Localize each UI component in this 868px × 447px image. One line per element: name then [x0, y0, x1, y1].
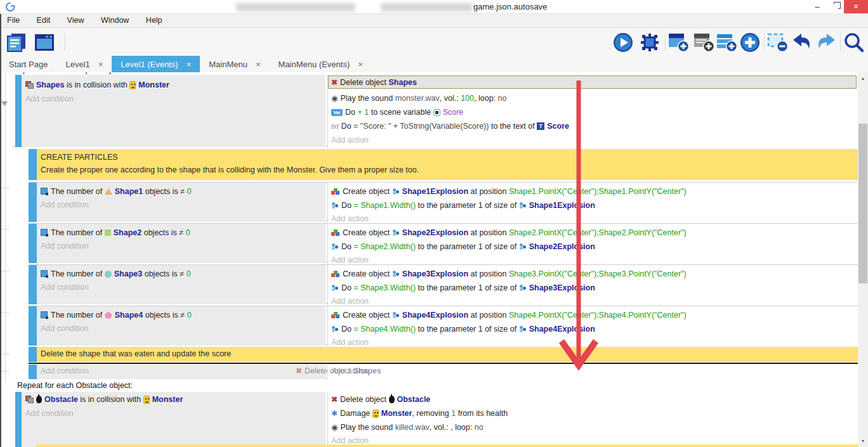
action-delete-obstacle[interactable]: ✖ Delete object Obstacle	[331, 394, 430, 405]
event-handle-bar[interactable]	[29, 149, 37, 180]
menu-file[interactable]: File	[0, 14, 27, 27]
project-manager-button[interactable]	[5, 31, 28, 54]
action-set-shape4explosion-size[interactable]: Do = Shape4.Width() to the parameter 1 o…	[331, 324, 595, 334]
tree-tick	[1, 371, 10, 372]
condition-shape1-count[interactable]: The number of Shape1 objects is ≠ 0	[41, 186, 192, 197]
add-action-link[interactable]: Add action	[331, 136, 369, 145]
condition-obstacle-collision[interactable]: Obstacle is in collision with Monster	[25, 394, 183, 405]
project-manager-icon	[6, 32, 27, 53]
vertical-scrollbar[interactable]: ▲ ▼	[858, 72, 868, 447]
tab-close-icon[interactable]: ×	[256, 60, 261, 69]
tab-mainmenu-events[interactable]: MainMenu (Events)×	[270, 56, 372, 72]
menu-window[interactable]: Window	[94, 14, 136, 27]
drop-target-row[interactable]: Add condition Add action ✖ Delete object…	[29, 365, 858, 379]
add-action-link[interactable]: Add action	[331, 436, 369, 445]
event-handle-bar[interactable]	[29, 347, 37, 362]
event-repeat-obstacle[interactable]: Obstacle is in collision with Monster Ad…	[13, 392, 857, 447]
comment-create-particles[interactable]: CREATE PARTICLES Create the proper one a…	[29, 149, 858, 180]
tab-close-icon[interactable]: ×	[358, 60, 363, 69]
add-other-button[interactable]	[739, 31, 761, 54]
preview-button[interactable]	[612, 31, 635, 54]
close-button[interactable]: ×	[844, 0, 868, 13]
start-page-button[interactable]	[33, 31, 56, 54]
add-condition-link[interactable]: Add condition	[41, 366, 89, 375]
event-handle-bar[interactable]	[15, 75, 22, 147]
sub-event-shape2[interactable]: The number of Shape2 objects is ≠ 0 Add …	[29, 223, 858, 262]
menu-edit[interactable]: Edit	[30, 14, 58, 27]
condition-shapes-collision[interactable]: Shapes is in collision with Monster	[25, 80, 169, 90]
add-condition-link[interactable]: Add condition	[41, 242, 89, 250]
add-action-link[interactable]: Add action	[331, 338, 369, 347]
undo-button[interactable]	[791, 31, 813, 54]
add-circle-icon	[739, 32, 761, 53]
scrollbar-thumb[interactable]	[858, 124, 867, 283]
tab-close-icon[interactable]: ×	[98, 60, 103, 69]
selected-action-delete-shapes[interactable]: ✖ Delete object Shapes	[328, 75, 857, 89]
tab-close-icon[interactable]: ×	[187, 60, 192, 69]
condition-shape4-count[interactable]: The number of Shape4 objects is ≠ 0	[41, 310, 192, 320]
scroll-up-icon[interactable]: ▲	[858, 76, 868, 81]
add-action-link[interactable]: Add action	[331, 256, 369, 264]
condition-shape3-count[interactable]: The number of Shape3 objects is ≠ 0	[41, 269, 191, 279]
toolbar-separator	[665, 33, 666, 51]
create-object-icon	[331, 188, 340, 195]
sub-event-shape4[interactable]: The number of Shape4 objects is ≠ 0 Add …	[29, 306, 858, 345]
event-handle-bar[interactable]	[29, 183, 37, 222]
add-condition-link[interactable]: Add condition	[41, 324, 89, 333]
event1-header[interactable]: Repeat for each Shapes object:	[13, 72, 124, 74]
add-action-link[interactable]: Add action	[331, 297, 369, 306]
search-button[interactable]	[843, 31, 865, 54]
restore-button[interactable]	[826, 0, 844, 13]
scene-window-icon	[34, 32, 55, 53]
debug-button[interactable]	[638, 31, 661, 54]
event-handle-bar[interactable]	[29, 306, 37, 346]
add-action-link[interactable]: Add action	[331, 214, 369, 223]
sub-event-shape3[interactable]: The number of Shape3 objects is ≠ 0 Add …	[29, 264, 858, 304]
action-set-shape1explosion-size[interactable]: Do = Shape1.Width() to the parameter 1 o…	[331, 200, 595, 211]
collapse-arrow-icon[interactable]	[1, 101, 8, 106]
tab-start-page[interactable]: Start Page	[0, 56, 56, 72]
tab-level1-events[interactable]: Level1 (Events)×	[112, 56, 200, 72]
tab-level1[interactable]: Level1×	[56, 56, 112, 72]
event-handle-bar[interactable]	[15, 392, 22, 447]
action-set-shape2explosion-size[interactable]: Do = Shape2.Width() to the parameter 1 o…	[331, 242, 595, 252]
menu-view[interactable]: View	[60, 14, 91, 27]
add-condition-link[interactable]: Add condition	[41, 200, 89, 209]
action-set-shape3explosion-size[interactable]: Do = Shape3.Width() to the parameter 1 o…	[331, 283, 595, 293]
event-handle-bar[interactable]	[29, 365, 37, 379]
particles-icon	[331, 243, 339, 250]
action-create-shape2explosion[interactable]: Create object Shape2Explosion at positio…	[331, 228, 687, 238]
add-condition-link[interactable]: Add condition	[25, 94, 74, 103]
action-damage-monster[interactable]: ✱ Damage Monster , removing 1 from its h…	[331, 408, 508, 418]
event2-header[interactable]: Repeat for each Obstacle object:	[17, 381, 133, 390]
comment-delete-shape[interactable]: Delete the shape that was eaten and upda…	[29, 347, 858, 362]
action-increment-score[interactable]: Var Do + 1 to scene variable Score	[331, 107, 463, 117]
redo-button[interactable]	[815, 31, 838, 54]
condition-shape2-count[interactable]: The number of Shape2 objects is ≠ 0	[41, 228, 190, 238]
tree-tick	[1, 354, 10, 354]
add-comment-button[interactable]	[716, 31, 739, 54]
add-condition-link[interactable]: Add condition	[41, 283, 89, 292]
object-count-icon	[41, 229, 48, 236]
add-event-button[interactable]	[667, 31, 690, 54]
sub-event-shape1[interactable]: The number of Shape1 objects is ≠ 0 Add …	[29, 182, 858, 221]
event-handle-bar[interactable]	[29, 224, 37, 263]
minimize-button[interactable]: –	[808, 0, 826, 13]
add-sub-event-button[interactable]	[693, 31, 716, 54]
window-left-edge	[0, 14, 1, 447]
event-handle-bar[interactable]	[29, 265, 37, 304]
action-play-killed-sound[interactable]: ◉ Play the sound killed.wav , vol.: , lo…	[331, 422, 483, 432]
action-update-score-text[interactable]: txt Do = "Score: " + ToString(Variable(S…	[331, 121, 569, 131]
menu-help[interactable]: Help	[139, 14, 169, 27]
title-bar: game.json.autosave – ×	[0, 0, 868, 14]
action-create-shape1explosion[interactable]: Create object Shape1Explosion at positio…	[331, 186, 687, 197]
action-create-shape4explosion[interactable]: Create object Shape4Explosion at positio…	[331, 310, 687, 320]
event-repeat-shapes[interactable]: Shapes is in collision with Monster Add …	[13, 75, 857, 147]
gdevelop-logo-icon	[5, 1, 15, 15]
action-play-sound[interactable]: ◉ Play the sound monster.wav , vol.: 100…	[331, 93, 506, 103]
add-condition-link[interactable]: Add condition	[25, 409, 74, 418]
action-create-shape3explosion[interactable]: Create object Shape3Explosion at positio…	[331, 269, 687, 279]
tab-mainmenu[interactable]: MainMenu×	[200, 56, 269, 72]
scroll-down-icon[interactable]: ▼	[858, 439, 868, 443]
delete-event-button[interactable]	[766, 31, 789, 54]
